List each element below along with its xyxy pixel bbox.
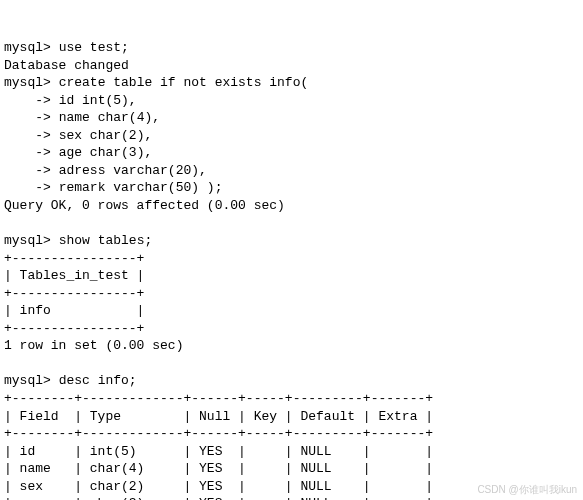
table-row: | id | int(5) | YES | | NULL | | xyxy=(4,444,433,459)
table-border: +----------------+ xyxy=(4,286,144,301)
watermark: CSDN @你谁叫我ikun xyxy=(477,483,577,497)
table-header: | Tables_in_test | xyxy=(4,268,144,283)
command-text: use test; xyxy=(59,40,129,55)
terminal-line: -> id int(5), xyxy=(4,93,137,108)
terminal-line: -> remark varchar(50) ); xyxy=(4,180,222,195)
table-border: +--------+-------------+------+-----+---… xyxy=(4,426,433,441)
cont-prompt: -> xyxy=(4,180,51,195)
command-text: adress varchar(20), xyxy=(59,163,207,178)
terminal-line: -> adress varchar(20), xyxy=(4,163,207,178)
cont-prompt: -> xyxy=(4,163,51,178)
command-text: remark varchar(50) ); xyxy=(59,180,223,195)
table-border: +----------------+ xyxy=(4,251,144,266)
terminal-line: mysql> desc info; xyxy=(4,373,137,388)
prompt: mysql> xyxy=(4,373,51,388)
cont-prompt: -> xyxy=(4,110,51,125)
cont-prompt: -> xyxy=(4,145,51,160)
command-text: name char(4), xyxy=(59,110,160,125)
command-text: sex char(2), xyxy=(59,128,153,143)
prompt: mysql> xyxy=(4,40,51,55)
command-text: age char(3), xyxy=(59,145,153,160)
command-text: desc info; xyxy=(59,373,137,388)
terminal-line: mysql> show tables; xyxy=(4,233,152,248)
prompt: mysql> xyxy=(4,75,51,90)
terminal-line: -> age char(3), xyxy=(4,145,152,160)
terminal-line: Database changed xyxy=(4,58,129,73)
terminal-line: mysql> create table if not exists info( xyxy=(4,75,308,90)
terminal-line: -> name char(4), xyxy=(4,110,160,125)
table-border: +--------+-------------+------+-----+---… xyxy=(4,391,433,406)
terminal-line: -> sex char(2), xyxy=(4,128,152,143)
command-text: create table if not exists info( xyxy=(59,75,309,90)
cont-prompt: -> xyxy=(4,128,51,143)
command-text: show tables; xyxy=(59,233,153,248)
table-border: +----------------+ xyxy=(4,321,144,336)
table-row: | name | char(4) | YES | | NULL | | xyxy=(4,461,433,476)
prompt: mysql> xyxy=(4,233,51,248)
table-row: | info | xyxy=(4,303,144,318)
table-header: | Field | Type | Null | Key | Default | … xyxy=(4,409,433,424)
cont-prompt: -> xyxy=(4,93,51,108)
table-row: | sex | char(2) | YES | | NULL | | xyxy=(4,479,433,494)
terminal-line: Query OK, 0 rows affected (0.00 sec) xyxy=(4,198,285,213)
terminal-line: mysql> use test; xyxy=(4,40,129,55)
table-row: | age | char(3) | YES | | NULL | | xyxy=(4,496,433,500)
command-text: id int(5), xyxy=(59,93,137,108)
result-footer: 1 row in set (0.00 sec) xyxy=(4,338,183,353)
